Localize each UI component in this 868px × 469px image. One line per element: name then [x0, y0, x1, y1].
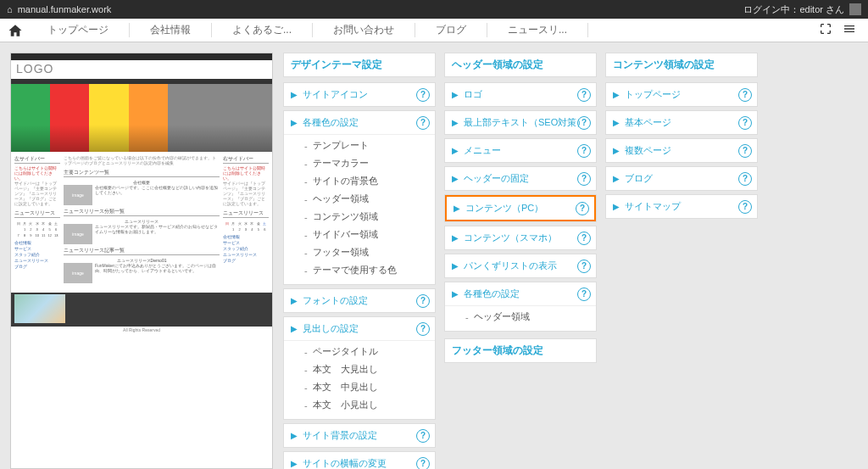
setting-row[interactable]: ▶見出しの設定	[284, 317, 435, 341]
setting-label: 見出しの設定	[303, 322, 359, 335]
setting-sub-item[interactable]: サイドバー領域	[284, 226, 435, 243]
setting-sub-item[interactable]: コンテンツ領域	[284, 208, 435, 226]
setting-row[interactable]: ▶サイトの横幅の変更	[284, 452, 435, 469]
panel-title-1: ヘッダー領域の設定	[444, 53, 597, 77]
chevron-right-icon: ▶	[613, 202, 620, 211]
setting-row[interactable]: ▶サイトマップ	[606, 195, 757, 218]
fullscreen-icon[interactable]	[819, 22, 832, 38]
chevron-right-icon: ▶	[613, 174, 620, 183]
chevron-right-icon: ▶	[291, 118, 298, 127]
setting-sub-item[interactable]: 本文 大見出し	[284, 360, 435, 378]
chevron-right-icon: ▶	[452, 146, 459, 155]
nav-item-5[interactable]: ニュースリ...	[487, 23, 588, 37]
setting-row[interactable]: ▶各種色の設定	[445, 282, 596, 306]
setting-sub-item[interactable]: ヘッダー領域	[445, 308, 596, 326]
preview-logo: LOGO	[16, 62, 53, 75]
nav-item-3[interactable]: お問い合わせ	[313, 23, 415, 37]
nav-item-1[interactable]: 会社情報	[130, 23, 212, 37]
setting-label: フォントの設定	[303, 294, 368, 307]
setting-label: パンくずリストの表示	[464, 260, 557, 272]
setting-sub-item[interactable]: 本文 中見出し	[284, 378, 435, 396]
setting-sub-item[interactable]: 本文 小見出し	[284, 396, 435, 414]
setting-row[interactable]: ▶ブログ	[606, 167, 757, 190]
chevron-right-icon: ▶	[452, 118, 459, 127]
setting-label: メニュー	[464, 144, 501, 157]
home-small-icon: ⌂	[7, 4, 13, 14]
setting-row[interactable]: ▶フォントの設定	[284, 289, 435, 312]
setting-row[interactable]: ▶トップページ	[606, 83, 757, 106]
setting-label: ヘッダーの固定	[464, 172, 529, 185]
chevron-right-icon: ▶	[613, 146, 620, 155]
setting-row[interactable]: ▶サイト背景の設定	[284, 424, 435, 447]
setting-row[interactable]: ▶複数ページ	[606, 139, 757, 162]
panel-title-0: デザインテーマ設定	[283, 53, 436, 77]
url-text: manual.funmaker.work	[18, 4, 744, 14]
setting-row[interactable]: ▶ヘッダーの固定	[445, 167, 596, 190]
setting-sub-item[interactable]: ヘッダー領域	[284, 190, 435, 208]
setting-label: サイトの横幅の変更	[303, 457, 387, 469]
menu-icon[interactable]	[843, 22, 856, 38]
avatar-icon[interactable]	[849, 3, 861, 15]
setting-sub-item[interactable]: フッター領域	[284, 243, 435, 261]
setting-label: 各種色の設定	[464, 288, 520, 300]
setting-sub-item[interactable]: ページタイトル	[284, 343, 435, 360]
chevron-right-icon: ▶	[452, 174, 459, 183]
setting-row[interactable]: ▶サイトアイコン	[284, 83, 435, 106]
setting-sub-item[interactable]: テーマで使用する色	[284, 261, 435, 279]
chevron-right-icon: ▶	[452, 261, 459, 271]
nav-item-2[interactable]: よくあるご...	[212, 23, 313, 37]
nav-item-0[interactable]: トップページ	[27, 23, 130, 37]
setting-sub-item[interactable]: テーマカラー	[284, 154, 435, 172]
setting-label: 複数ページ	[625, 144, 671, 157]
chevron-right-icon: ▶	[452, 233, 459, 243]
setting-sub-item[interactable]: テンプレート	[284, 137, 435, 154]
nav-item-4[interactable]: ブログ	[415, 23, 487, 37]
chevron-right-icon: ▶	[291, 296, 298, 305]
setting-row[interactable]: ▶最上部テキスト（SEO対策）	[445, 111, 596, 134]
chevron-right-icon: ▶	[452, 289, 459, 299]
setting-sub-item[interactable]: サイトの背景色	[284, 172, 435, 190]
chevron-right-icon: ▶	[613, 118, 620, 127]
setting-row[interactable]: ▶基本ページ	[606, 111, 757, 134]
nav-bar: トップページ会社情報よくあるご...お問い合わせブログニュースリ...	[0, 19, 868, 42]
setting-row[interactable]: ▶コンテンツ（スマホ）	[445, 226, 596, 249]
setting-label: ロゴ	[464, 88, 482, 101]
setting-label: サイトマップ	[625, 200, 681, 213]
setting-row[interactable]: ▶ロゴ	[445, 83, 596, 106]
setting-row[interactable]: ▶コンテンツ（PC）	[445, 195, 596, 221]
setting-label: コンテンツ（PC）	[465, 202, 543, 215]
chevron-right-icon: ▶	[291, 459, 298, 468]
setting-label: トップページ	[625, 88, 681, 101]
setting-label: サイトアイコン	[303, 88, 368, 101]
chevron-right-icon: ▶	[453, 204, 460, 213]
setting-row[interactable]: ▶各種色の設定	[284, 111, 435, 135]
chevron-right-icon: ▶	[291, 324, 298, 333]
preview-hero	[11, 84, 272, 152]
chevron-right-icon: ▶	[291, 431, 298, 440]
site-preview: LOGO 左サイドバー こちらはサイト公開時には削除してください。 サイドバーは…	[10, 53, 273, 469]
setting-label: 各種色の設定	[303, 116, 359, 129]
setting-label: サイト背景の設定	[303, 429, 377, 442]
setting-label: ブログ	[625, 172, 653, 185]
chevron-right-icon: ▶	[452, 90, 459, 99]
panel-footer-title: フッター領域の設定	[444, 338, 597, 363]
setting-label: 最上部テキスト（SEO対策）	[464, 116, 586, 129]
setting-label: 基本ページ	[625, 116, 671, 129]
home-icon[interactable]	[3, 23, 27, 38]
setting-label: コンテンツ（スマホ）	[464, 232, 557, 244]
setting-row[interactable]: ▶メニュー	[445, 139, 596, 162]
chevron-right-icon: ▶	[291, 90, 298, 99]
panel-title-2: コンテンツ領域の設定	[605, 53, 758, 77]
setting-row[interactable]: ▶パンくずリストの表示	[445, 254, 596, 277]
login-status: ログイン中：editor さん	[743, 3, 844, 16]
top-bar: ⌂ manual.funmaker.work ログイン中：editor さん	[0, 0, 868, 19]
chevron-right-icon: ▶	[613, 90, 620, 99]
